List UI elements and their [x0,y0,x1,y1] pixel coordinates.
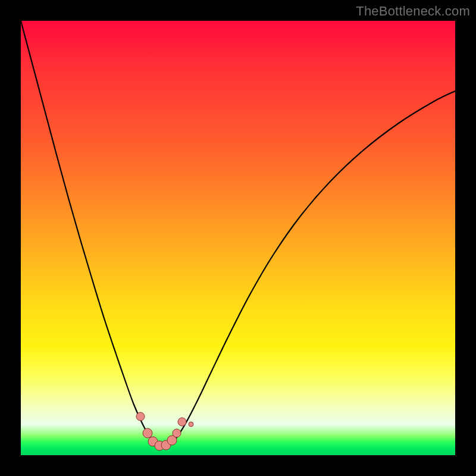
watermark-text: TheBottleneck.com [356,4,470,19]
curve-dot [189,422,193,427]
curve-dot [173,429,181,437]
curve-dot [143,428,152,438]
curve-dots [136,412,193,450]
curve-svg [21,21,455,455]
curve-dot [178,418,186,426]
plot-area [21,21,455,455]
bottleneck-curve [21,21,455,447]
curve-dot [136,412,145,421]
chart-frame: TheBottleneck.com [0,0,476,476]
